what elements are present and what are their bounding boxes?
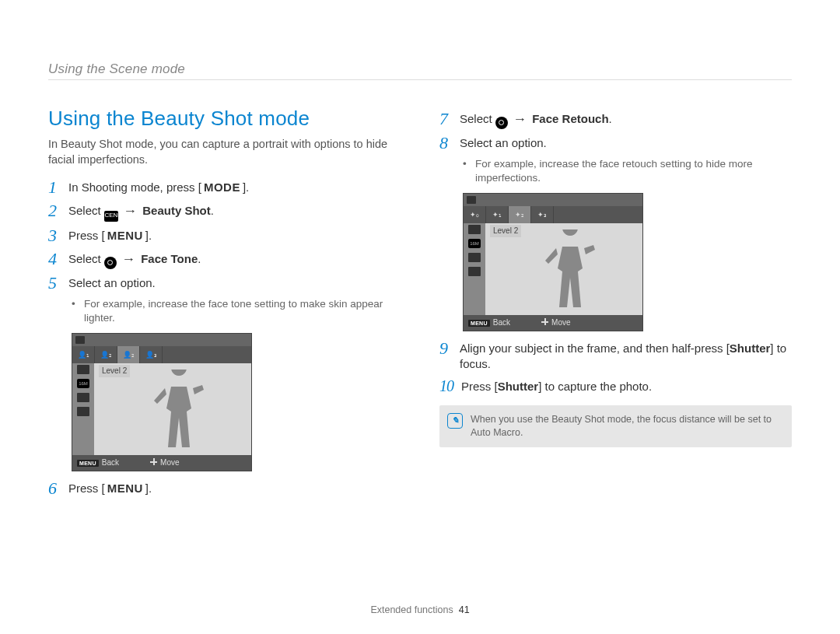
- move-label: Move: [551, 318, 570, 327]
- shot-tabs: ✦₀ ✦₁ ✦₂ ✦₃: [464, 206, 642, 223]
- step-9: 9 Align your subject in the frame, and t…: [439, 339, 792, 373]
- step-6: 6 Press [MENU].: [48, 479, 401, 498]
- shot-body: 16M Level 2: [72, 363, 251, 455]
- shot-topbar: [72, 334, 251, 346]
- back-label: Back: [102, 458, 119, 467]
- step-body: Select an option.: [460, 134, 792, 151]
- step-number: 4: [48, 250, 68, 268]
- shot-sidebar: 16M: [464, 223, 485, 315]
- side-icon: [77, 407, 89, 416]
- tab-level-3: 👤₃: [140, 346, 163, 363]
- screenshot-face-tone: 👤₁ 👤₂ 👤₂ 👤₃ 16M Level 2: [72, 333, 252, 471]
- note-text: When you use the Beauty Shot mode, the f…: [471, 413, 781, 440]
- section-title: Using the Beauty Shot mode: [48, 105, 401, 132]
- tab-level-1: 👤₁: [72, 346, 95, 363]
- tab-retouch-1: ✦₁: [486, 206, 509, 223]
- mode-key: MODE: [201, 180, 243, 195]
- left-column: Using the Beauty Shot mode In Beauty Sho…: [48, 105, 401, 503]
- shot-topbar: [464, 194, 642, 206]
- dpad-icon: [150, 458, 157, 465]
- step-body: Press [MENU].: [68, 479, 401, 496]
- tab-retouch-2-active: ✦₂: [509, 206, 531, 223]
- shot-sidebar: 16M: [72, 363, 94, 455]
- side-icon: 16M: [468, 239, 481, 248]
- step-8: 8 Select an option.: [439, 134, 792, 152]
- page: Using the Scene mode Using the Beauty Sh…: [0, 0, 840, 634]
- level-label: Level 2: [490, 225, 521, 237]
- step-body: Press [MENU].: [68, 226, 401, 243]
- step-number: 3: [48, 226, 68, 245]
- step-body: Press [Shutter] to capture the photo.: [461, 377, 792, 394]
- arrow-icon: →: [513, 111, 527, 127]
- shot-preview: Level 2: [485, 223, 642, 315]
- menu-key: MENU: [105, 228, 145, 243]
- side-icon: [77, 365, 89, 374]
- screenshot-face-retouch: ✦₀ ✦₁ ✦₂ ✦₃ 16M Level 2: [463, 193, 643, 331]
- step-body: Select SCENE → Beauty Shot.: [68, 201, 401, 221]
- side-icon: [77, 393, 89, 402]
- tab-retouch-3: ✦₃: [531, 206, 554, 223]
- header-rule: [48, 79, 792, 80]
- step-2: 2 Select SCENE → Beauty Shot.: [48, 201, 401, 221]
- menu-key-icon: MENU: [468, 320, 490, 327]
- tab-level-2-dark: 👤₂: [95, 346, 117, 363]
- running-head: Using the Scene mode: [48, 61, 185, 79]
- section-intro: In Beauty Shot mode, you can capture a p…: [48, 137, 401, 167]
- step-8-sub: For example, increase the face retouch s…: [475, 157, 792, 185]
- page-footer: Extended functions 41: [0, 604, 840, 617]
- shot-footer: MENUBack Move: [72, 455, 251, 471]
- side-icon: [468, 267, 481, 276]
- step-10: 10 Press [Shutter] to capture the photo.: [439, 377, 792, 394]
- step-number: 10: [439, 377, 461, 394]
- step-number: 1: [48, 178, 68, 197]
- move-label: Move: [160, 458, 179, 467]
- menu-key: MENU: [105, 481, 145, 496]
- step-body: Select → Face Retouch.: [460, 110, 792, 129]
- shutter-key: Shutter: [730, 342, 771, 355]
- back-label: Back: [493, 318, 510, 327]
- shot-tabs: 👤₁ 👤₂ 👤₂ 👤₃: [72, 346, 251, 363]
- step-4: 4 Select → Face Tone.: [48, 250, 401, 269]
- level-label: Level 2: [99, 365, 130, 377]
- note-box: ✎ When you use the Beauty Shot mode, the…: [439, 405, 792, 447]
- shot-footer: MENUBack Move: [464, 315, 642, 331]
- step-7: 7 Select → Face Retouch.: [439, 110, 792, 129]
- scene-icon: SCENE: [104, 211, 118, 222]
- shutter-key: Shutter: [498, 380, 539, 393]
- camera-icon: [104, 257, 117, 269]
- step-number: 7: [439, 110, 460, 128]
- shot-body: 16M Level 2: [464, 223, 642, 315]
- step-number: 9: [439, 339, 460, 358]
- step-body: Select an option.: [68, 274, 401, 291]
- side-icon: [468, 225, 481, 234]
- step-number: 5: [48, 274, 68, 292]
- menu-key-icon: MENU: [77, 460, 99, 467]
- step-number: 6: [48, 479, 68, 498]
- step-number: 8: [439, 134, 460, 152]
- arrow-icon: →: [124, 203, 138, 219]
- step-3: 3 Press [MENU].: [48, 226, 401, 245]
- content-columns: Using the Beauty Shot mode In Beauty Sho…: [48, 105, 792, 503]
- step-body: Select → Face Tone.: [68, 250, 401, 269]
- step-5: 5 Select an option.: [48, 274, 401, 292]
- step-1: 1 In Shooting mode, press [MODE].: [48, 178, 401, 197]
- arrow-icon: →: [122, 251, 136, 267]
- camera-icon: [495, 117, 508, 129]
- shot-preview: Level 2: [94, 363, 251, 455]
- dpad-icon: [541, 318, 548, 325]
- footer-section: Extended functions: [370, 604, 453, 615]
- right-column: 7 Select → Face Retouch. 8 Select an opt…: [439, 105, 792, 503]
- step-number: 2: [48, 201, 68, 220]
- side-icon: 16M: [77, 379, 89, 388]
- tab-level-2-active: 👤₂: [117, 346, 140, 363]
- person-silhouette-icon: [148, 370, 210, 455]
- note-icon: ✎: [447, 413, 463, 429]
- person-silhouette-icon: [539, 229, 601, 315]
- step-body: Align your subject in the frame, and the…: [460, 339, 792, 373]
- page-number: 41: [459, 604, 470, 615]
- tab-retouch-0: ✦₀: [464, 206, 486, 223]
- step-5-sub: For example, increase the face tone sett…: [84, 297, 401, 325]
- side-icon: [468, 253, 481, 262]
- step-body: In Shooting mode, press [MODE].: [68, 178, 401, 195]
